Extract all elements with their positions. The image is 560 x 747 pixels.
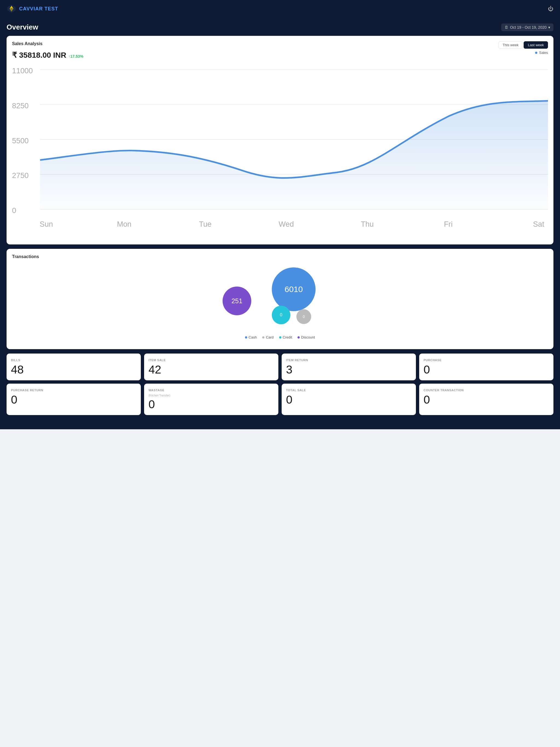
card-dot [262, 336, 264, 338]
stats-row-1: BILLS 48 ITEM SALE 42 ITEM RETURN 3 PURC… [6, 354, 554, 380]
sales-analysis-title: Sales Analysis [12, 41, 42, 46]
x-label-sat: Sat [533, 220, 544, 228]
logo-icon [6, 4, 17, 14]
stat-purchase: PURCHASE 0 [419, 354, 554, 380]
x-label-wed: Wed [279, 220, 294, 228]
date-range-picker[interactable]: 🗓 Oct 19 - Oct 19, 2020 ▾ [501, 24, 554, 31]
week-filter: This week Last week [499, 41, 548, 49]
overview-bar: Overview 🗓 Oct 19 - Oct 19, 2020 ▾ [6, 23, 554, 31]
discount-dot [298, 336, 300, 338]
chart-legend: Sales [535, 51, 548, 55]
card-bubble: 0 [297, 309, 311, 324]
stat-purchase-return: PURCHASE RETURN 0 [6, 384, 141, 415]
x-label-mon: Mon [117, 220, 131, 228]
stat-total-sale: TOTAL SALE 0 [282, 384, 416, 415]
y-label-5500: 5500 [12, 136, 29, 145]
sales-amount: ₹ 35818.00 INR ↑17.53% [12, 51, 83, 60]
legend-cash: Cash [245, 335, 257, 339]
x-label-fri: Fri [444, 220, 453, 228]
legend-discount: Discount [298, 335, 315, 339]
sales-analysis-card: Sales Analysis This week Last week ₹ 358… [6, 36, 554, 244]
y-label-11000: 11000 [12, 67, 33, 75]
transactions-card: Transactions 6010 251 0 0 [6, 249, 554, 349]
bubble-chart: 6010 251 0 0 [12, 262, 548, 333]
stat-item-sale: ITEM SALE 42 [144, 354, 278, 380]
chevron-down-icon: ▾ [548, 25, 550, 29]
bubbles-legend: Cash Card Credit Discount [12, 333, 548, 344]
last-week-button[interactable]: Last week [524, 41, 548, 49]
y-label-2750: 2750 [12, 171, 29, 180]
legend-card: Card [262, 335, 274, 339]
sales-chart: 11000 8250 5500 2750 0 [12, 63, 548, 239]
this-week-button[interactable]: This week [499, 41, 523, 49]
x-label-tue: Tue [199, 220, 211, 228]
transactions-title: Transactions [12, 254, 39, 259]
page-title: Overview [6, 23, 38, 31]
logo-area: CAVVIAR TEST [6, 4, 58, 14]
chart-svg: 11000 8250 5500 2750 0 [12, 63, 548, 238]
power-button[interactable]: ⏻ [548, 6, 554, 12]
y-label-8250: 8250 [12, 101, 29, 110]
stat-bills: BILLS 48 [6, 354, 141, 380]
x-label-thu: Thu [361, 220, 374, 228]
cash-dot [245, 336, 247, 338]
discount-bubble: 251 [223, 287, 251, 315]
calendar-icon: 🗓 [505, 25, 508, 29]
legend-credit: Credit [279, 335, 292, 339]
credit-bubble: 0 [272, 306, 290, 324]
app-header: CAVVIAR TEST ⏻ [0, 0, 560, 18]
x-label-sun: Sun [40, 220, 53, 228]
stat-wastage: WASTAGE (Kitchen Transfer) 0 [144, 384, 278, 415]
credit-dot [279, 336, 281, 338]
brand-name: CAVVIAR TEST [19, 6, 58, 12]
stat-item-return: ITEM RETURN 3 [282, 354, 416, 380]
stats-row-2: PURCHASE RETURN 0 WASTAGE (Kitchen Trans… [6, 384, 554, 415]
y-label-0: 0 [12, 206, 16, 215]
sales-legend-label: Sales [539, 51, 548, 55]
sales-change: ↑17.53% [68, 54, 83, 58]
cash-bubble: 6010 [272, 267, 315, 311]
chart-area [40, 101, 548, 209]
date-range-text: Oct 19 - Oct 19, 2020 [510, 25, 546, 29]
stat-counter-transaction: COUNTER TRANSACTION 0 [419, 384, 554, 415]
sales-legend-dot [535, 52, 537, 54]
